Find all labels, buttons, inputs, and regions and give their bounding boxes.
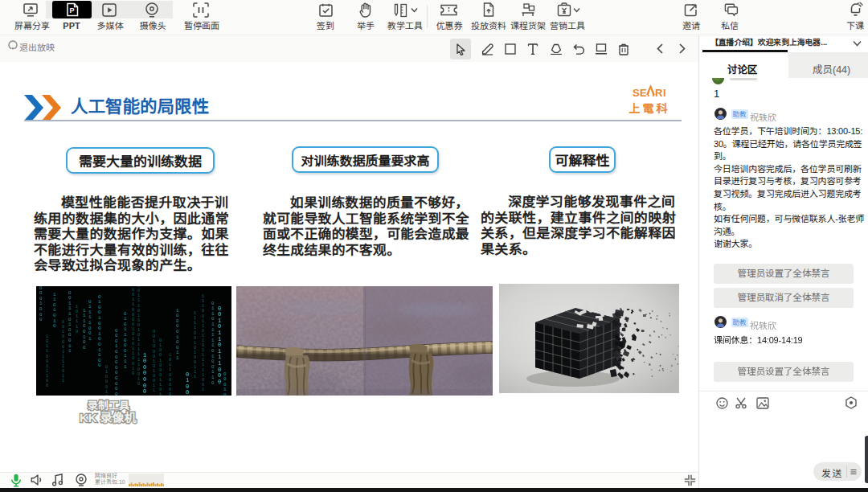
svg-text:00010111110111011: 00010111110111011: [223, 371, 227, 396]
svg-text:1000000010000111010110: 1000000010000111010110: [143, 352, 146, 396]
svg-text:10110000010100110: 10110000010100110: [169, 352, 172, 396]
svg-text:0010110111000: 0010110111000: [218, 305, 221, 385]
svg-text:0100010110011: 0100010110011: [105, 364, 108, 396]
svg-text:10110011100: 10110011100: [46, 334, 49, 388]
svg-text:01001110000: 01001110000: [186, 371, 189, 396]
svg-text:0001000: 0001000: [39, 286, 43, 322]
svg-text:01001001001100: 01001001001100: [98, 294, 101, 369]
svg-text:01011000111: 01011000111: [124, 311, 127, 370]
svg-text:0010001111011: 0010001111011: [62, 319, 65, 383]
svg-text:001110100011: 001110100011: [68, 290, 72, 355]
svg-text:0110111110100110: 0110111110100110: [211, 301, 215, 386]
svg-text:101110: 101110: [76, 304, 79, 334]
svg-text:P: P: [70, 6, 75, 14]
svg-text:1101010: 1101010: [53, 292, 56, 330]
svg-text:0010001010011: 0010001010011: [153, 329, 156, 393]
svg-text:11100100: 11100100: [83, 308, 86, 351]
svg-text:001100001010110010: 001100001010110010: [132, 287, 135, 376]
svg-text:010010001101011100: 010010001101011100: [159, 338, 162, 396]
svg-text:1000010011: 1000010011: [176, 308, 179, 361]
svg-text:01111001: 01111001: [88, 299, 92, 342]
svg-text:10100110110111111001: 10100110110111111001: [202, 293, 205, 392]
svg-text:000100000000010: 000100000000010: [115, 328, 118, 396]
svg-text:11110010100111: 11110010100111: [194, 310, 197, 379]
svg-text:001110100101111110010: 001110100101111110010: [137, 286, 141, 387]
